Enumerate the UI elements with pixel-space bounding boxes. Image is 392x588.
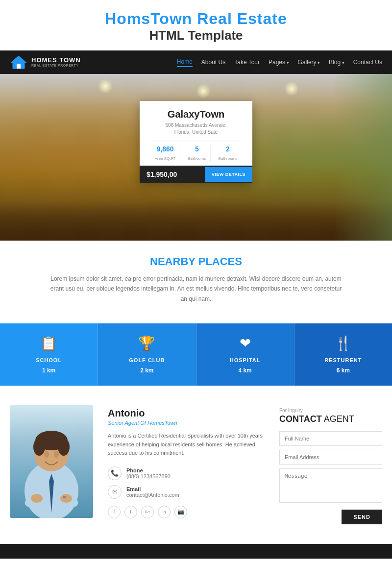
nav-links: Home About Us Take Tour Pages Gallery Bl… [177, 57, 382, 67]
brand: HOMES TOWN REAL ESTATE PROPERTY [10, 55, 81, 70]
svg-point-8 [44, 451, 49, 458]
nav-about[interactable]: About Us [201, 58, 225, 67]
brand-logo-icon [10, 55, 27, 70]
page-title-section: HomsTown Real Estate HTML Template [0, 0, 392, 50]
property-stats: 9,860 Area SQ.FT 5 Bedrooms 2 Bathrooms [148, 141, 244, 166]
hero-section: GalaxyTown 506 Massachusetts Avenue, Flo… [0, 74, 392, 241]
place-school-distance: 1 km [42, 367, 55, 374]
property-price: $1,950,00 [140, 166, 205, 183]
agent-email-info: Email contact@Antonio.com [126, 486, 179, 498]
agent-phone-info: Phone (880) 1234567890 [126, 467, 171, 479]
email-input[interactable] [279, 450, 382, 465]
twitter-icon[interactable]: t [124, 506, 137, 518]
agent-bio: Antonio is a Certified Residential Speci… [108, 432, 265, 458]
linkedin-icon[interactable]: in [158, 506, 171, 518]
stat-area: 9,860 Area SQ.FT [155, 145, 176, 162]
place-golf-distance: 2 km [140, 367, 153, 374]
facebook-icon[interactable]: f [108, 506, 121, 518]
place-restaurant-name: RESTURENT [324, 357, 362, 363]
email-label: Email [126, 486, 179, 492]
fullname-input[interactable] [279, 431, 382, 446]
nav-contact[interactable]: Contact Us [353, 58, 382, 67]
view-details-button[interactable]: VIEW DETAILS [205, 167, 252, 182]
svg-point-9 [54, 451, 59, 458]
golf-icon: 🏆 [138, 335, 155, 351]
page-title-sub: HTML Template [5, 28, 387, 43]
hospital-icon: ❤ [240, 335, 251, 351]
nav-home[interactable]: Home [177, 57, 193, 67]
property-name: GalaxyTown [148, 109, 244, 120]
brand-text: HOMES TOWN REAL ESTATE PROPERTY [31, 57, 81, 68]
place-golf-name: GOLF CLUB [129, 357, 165, 363]
page-title-main: HomsTown Real Estate [5, 10, 387, 28]
nav-pages[interactable]: Pages [269, 58, 289, 67]
instagram-icon[interactable]: 📷 [174, 506, 187, 518]
nav-take-tour[interactable]: Take Tour [234, 58, 260, 67]
place-restaurant: 🍴 RESTURENT 6 km [294, 323, 392, 386]
agent-silhouette-svg [10, 405, 93, 518]
contact-form-section: For Inquiry CONTACT AGENT SEND [279, 405, 382, 524]
nav-gallery[interactable]: Gallery [298, 58, 320, 67]
property-card: GalaxyTown 506 Massachusetts Avenue, Flo… [140, 101, 252, 183]
contact-heading-rest: AGENT [322, 414, 354, 424]
place-golf: 🏆 GOLF CLUB 2 km [98, 323, 196, 386]
svg-point-12 [60, 494, 72, 503]
agent-info: Antonio Senior Agent Of HomesTown Antoni… [108, 405, 265, 518]
phone-value: (880) 1234567890 [126, 473, 171, 479]
places-bar: 📋 SCHOOL 1 km 🏆 GOLF CLUB 2 km ❤ HOSPITA… [0, 323, 392, 386]
nav-blog[interactable]: Blog [329, 58, 344, 67]
brand-name: HOMES TOWN [31, 57, 81, 64]
place-school-name: SCHOOL [36, 357, 62, 363]
agent-photo-bg [10, 405, 93, 518]
place-restaurant-distance: 6 km [337, 367, 350, 374]
social-icons: f t G+ in 📷 [108, 506, 265, 518]
brand-tagline: REAL ESTATE PROPERTY [31, 64, 81, 68]
place-hospital: ❤ HOSPITAL 4 km [196, 323, 294, 386]
email-value: contact@Antonio.com [126, 492, 179, 498]
agent-title: Senior Agent Of HomesTown [108, 420, 265, 426]
place-school: 📋 SCHOOL 1 km [0, 323, 98, 386]
phone-label: Phone [126, 467, 171, 473]
nearby-highlight: NEARBY [150, 255, 196, 268]
agent-photo [10, 405, 93, 518]
phone-icon: 📞 [108, 466, 122, 480]
property-address: 506 Massachusetts Avenue, Florida, Unite… [148, 122, 244, 136]
message-input[interactable] [279, 468, 382, 503]
navbar: HOMES TOWN REAL ESTATE PROPERTY Home Abo… [0, 50, 392, 74]
place-hospital-name: HOSPITAL [230, 357, 261, 363]
nearby-heading: NEARBY PLACES [29, 255, 363, 268]
svg-point-7 [58, 438, 70, 456]
svg-rect-1 [17, 64, 21, 69]
agent-section: Antonio Senior Agent Of HomesTown Antoni… [0, 386, 392, 544]
window-overlay [294, 74, 392, 241]
place-hospital-distance: 4 km [238, 367, 251, 374]
svg-point-13 [31, 494, 43, 503]
stat-bathrooms: 2 Bathrooms [219, 145, 238, 162]
stat-bedrooms: 5 Bedrooms [188, 145, 206, 162]
nearby-section: NEARBY PLACES Lorem ipsum dolor sit amet… [0, 241, 392, 314]
contact-heading-bold: CONTACT [279, 414, 322, 424]
send-button[interactable]: SEND [342, 510, 382, 524]
property-footer: $1,950,00 VIEW DETAILS [140, 166, 252, 183]
email-icon: ✉ [108, 485, 122, 499]
googleplus-icon[interactable]: G+ [141, 506, 154, 518]
svg-point-6 [33, 438, 45, 456]
ceiling-light-1 [98, 79, 113, 94]
footer-bar [0, 544, 392, 559]
ceiling-light-2 [196, 84, 211, 98]
agent-name: Antonio [108, 408, 265, 419]
restaurant-icon: 🍴 [335, 335, 352, 351]
nearby-description: Lorem ipsum dolor sit amet, ea pro error… [49, 274, 343, 304]
svg-rect-14 [63, 496, 66, 498]
agent-phone-row: 📞 Phone (880) 1234567890 [108, 466, 265, 480]
agent-email-row: ✉ Email contact@Antonio.com [108, 485, 265, 499]
contact-form-heading: CONTACT AGENT [279, 414, 382, 424]
contact-form-label: For Inquiry [279, 408, 382, 413]
school-icon: 📋 [40, 335, 57, 351]
